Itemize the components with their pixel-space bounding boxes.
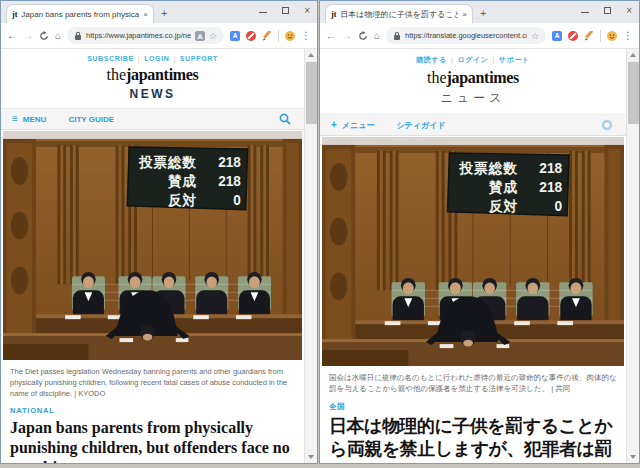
new-tab-button[interactable]: + xyxy=(480,8,486,19)
city-guide-link[interactable]: シティガイド xyxy=(385,115,456,135)
scroll-up-icon[interactable] xyxy=(305,49,317,61)
browser-tab[interactable]: jt Japan bans parents from physica × xyxy=(6,4,154,23)
tab-close-icon[interactable]: × xyxy=(462,10,467,19)
search-icon xyxy=(279,113,291,125)
minimize-button[interactable] xyxy=(581,8,589,13)
address-bar[interactable]: https://translate.googleusercontent.com/… xyxy=(386,27,546,44)
address-bar[interactable]: https://www.japantimes.co.jp/news/201...… xyxy=(67,27,224,44)
logo-name: japantimes xyxy=(126,66,199,83)
japantimes-favicon-icon: jt xyxy=(12,10,17,19)
browser-menu-icon[interactable]: ⋮ xyxy=(301,30,311,41)
browser-tab[interactable]: jt 日本は物理的に子供を罰することか × xyxy=(325,4,473,23)
smiley-extension-icon[interactable] xyxy=(285,31,295,41)
subscribe-link[interactable]: SUBSCRIBE xyxy=(87,55,134,62)
support-link[interactable]: SUPPORT xyxy=(180,55,218,62)
japantimes-logo[interactable]: thejapantimes xyxy=(1,66,304,84)
article-photo-diet-vote xyxy=(3,131,302,360)
article-photo-diet-vote xyxy=(322,137,624,366)
maximize-button[interactable] xyxy=(604,7,611,14)
maximize-button[interactable] xyxy=(282,7,289,14)
window-controls: × xyxy=(581,5,632,15)
page-content: SUBSCRIBE|LOGIN|SUPPORT thejapantimes NE… xyxy=(1,49,317,463)
plus-icon: + xyxy=(331,120,337,130)
scroll-up-icon[interactable] xyxy=(627,49,639,61)
support-link[interactable]: サポート xyxy=(499,56,530,63)
minimize-button[interactable] xyxy=(259,8,267,13)
translate-extension-icon[interactable]: A xyxy=(230,31,240,41)
search-button[interactable] xyxy=(279,113,304,125)
japantimes-favicon-icon: jt xyxy=(331,10,336,19)
photo-caption: The Diet passes legislation Wednesday ba… xyxy=(1,360,304,402)
blocker-extension-icon[interactable] xyxy=(246,31,256,41)
subscribe-link[interactable]: 購読する xyxy=(416,56,447,63)
smiley-extension-icon[interactable] xyxy=(607,31,617,41)
article-headline: 日本は物理的に子供を罰することから両親を禁止しますが、犯罪者は罰に直面しません xyxy=(320,413,626,463)
new-tab-button[interactable]: + xyxy=(161,8,167,19)
scrollbar[interactable] xyxy=(626,49,639,463)
toolbar-divider xyxy=(600,30,601,42)
close-window-button[interactable]: × xyxy=(626,7,632,14)
reload-icon[interactable] xyxy=(358,31,368,41)
menu-button[interactable]: +メニュー xyxy=(320,115,385,135)
menu-button[interactable]: ≡MENU xyxy=(1,109,57,129)
article-headline: Japan bans parents from physically punis… xyxy=(1,416,304,463)
forward-icon[interactable]: → xyxy=(23,31,33,41)
ring-icon xyxy=(601,119,613,131)
scrollbar-thumb[interactable] xyxy=(628,62,639,124)
browser-window-japanese: jt 日本は物理的に子供を罰することか × + × ← → ⌂ https://… xyxy=(319,0,640,464)
japantimes-logo[interactable]: thejapantimes xyxy=(320,69,626,87)
close-window-button[interactable]: × xyxy=(304,7,310,14)
site-menubar: ≡MENU CITY GUIDE xyxy=(1,108,304,130)
back-icon[interactable]: ← xyxy=(326,31,336,41)
site-topbar: SUBSCRIBE|LOGIN|SUPPORT xyxy=(1,49,304,66)
bookmark-star-icon[interactable]: ☆ xyxy=(209,31,217,41)
home-icon[interactable]: ⌂ xyxy=(374,31,380,41)
translate-extension-icon[interactable]: A xyxy=(552,31,562,41)
photo-caption: 国会は水曜日に規律の名のもとに行われた虐待の最近の致命的な事件の後、肉体的な罰を… xyxy=(320,366,626,397)
logo-the: the xyxy=(106,66,126,83)
separator: | xyxy=(138,55,140,62)
logo-the: the xyxy=(427,69,447,86)
login-link[interactable]: ログイン xyxy=(457,56,488,63)
browser-menu-icon[interactable]: ⋮ xyxy=(623,30,633,41)
pencil-extension-icon[interactable] xyxy=(584,31,594,41)
scrollbar-thumb[interactable] xyxy=(306,62,317,124)
city-guide-link[interactable]: CITY GUIDE xyxy=(57,109,125,129)
separator: | xyxy=(492,56,494,63)
page-content: 購読する|ログイン|サポート thejapantimes ニュース +メニュー … xyxy=(320,49,639,463)
logo-name: japantimes xyxy=(446,69,519,86)
back-icon[interactable]: ← xyxy=(7,31,17,41)
masthead-section[interactable]: NEWS xyxy=(1,84,304,108)
menu-label: メニュー xyxy=(342,120,375,131)
hamburger-icon: ≡ xyxy=(12,114,18,124)
url-text: https://translate.googleusercontent.com/… xyxy=(405,31,527,40)
lock-icon xyxy=(74,31,82,41)
masthead-section[interactable]: ニュース xyxy=(320,87,626,114)
tab-title: 日本は物理的に子供を罰することか xyxy=(340,9,458,20)
bookmark-star-icon[interactable]: ☆ xyxy=(531,31,539,41)
separator: | xyxy=(451,56,453,63)
category-link[interactable]: NATIONAL xyxy=(1,402,304,416)
forward-icon[interactable]: → xyxy=(342,31,352,41)
tab-title: Japan bans parents from physica xyxy=(21,10,139,19)
scroll-down-icon[interactable] xyxy=(305,451,317,463)
search-button[interactable] xyxy=(601,119,626,131)
home-icon[interactable]: ⌂ xyxy=(55,31,61,41)
toolbar-divider xyxy=(278,30,279,42)
tab-strip: jt 日本は物理的に子供を罰することか × + × xyxy=(320,1,639,23)
browser-toolbar: ← → ⌂ https://www.japantimes.co.jp/news/… xyxy=(1,23,317,49)
scroll-down-icon[interactable] xyxy=(627,451,639,463)
category-link[interactable]: 全国 xyxy=(320,398,626,413)
page-translate-icon[interactable] xyxy=(195,31,205,41)
scrollbar[interactable] xyxy=(304,49,317,463)
site-menubar: +メニュー シティガイド xyxy=(320,114,626,136)
tab-close-icon[interactable]: × xyxy=(143,10,148,19)
pencil-extension-icon[interactable] xyxy=(262,31,272,41)
browser-toolbar: ← → ⌂ https://translate.googleuserconten… xyxy=(320,23,639,49)
login-link[interactable]: LOGIN xyxy=(144,55,169,62)
reload-icon[interactable] xyxy=(39,31,49,41)
site-topbar: 購読する|ログイン|サポート xyxy=(320,49,626,69)
url-text: https://www.japantimes.co.jp/news/201... xyxy=(86,31,191,40)
lock-icon xyxy=(393,31,401,41)
blocker-extension-icon[interactable] xyxy=(568,31,578,41)
